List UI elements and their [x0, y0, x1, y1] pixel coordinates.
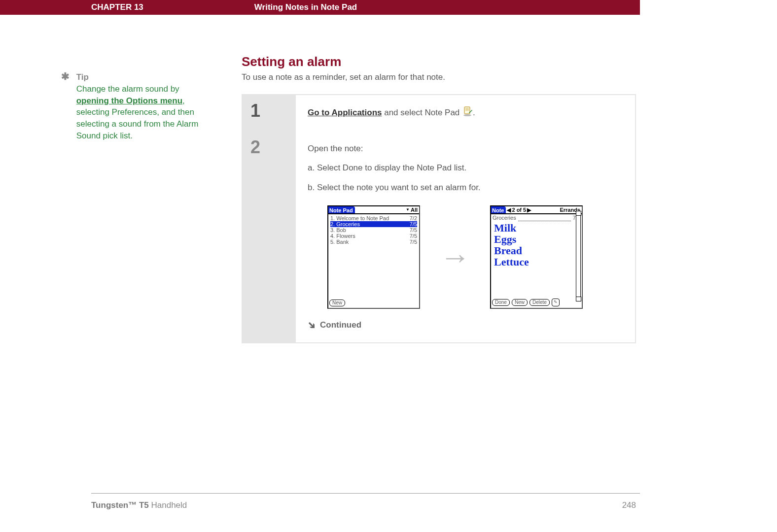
step-1-tail: . [473, 108, 475, 117]
note-counter: 2 of 5 [512, 207, 526, 213]
handwriting-line: Milk [493, 222, 575, 233]
footer-divider [91, 493, 640, 494]
continued-arrow-icon: ➔ [305, 319, 318, 332]
product-name-rest: Handheld [149, 500, 187, 510]
continued-label: Continued [320, 319, 361, 332]
new-note-button[interactable]: New [329, 299, 345, 306]
done-button[interactable]: Done [492, 299, 510, 306]
step-1-content: Go to Applications and select Note Pad . [296, 95, 636, 132]
product-name-bold: Tungsten™ T5 [91, 500, 149, 510]
chapter-title: Writing Notes in Note Pad [254, 2, 357, 12]
step-2-content: Open the note: a. Select Done to display… [296, 132, 636, 343]
prev-note-icon[interactable]: ◀ [506, 207, 512, 213]
notepad-app-icon [462, 106, 473, 121]
continued-indicator: ➔ Continued [308, 319, 627, 332]
notepad-list-title: Note Pad [328, 206, 355, 213]
chapter-header: CHAPTER 13 Writing Notes in Note Pad [0, 0, 640, 15]
tip-sidebar: ✱ Tip Change the alarm sound by opening … [61, 54, 242, 343]
svg-point-0 [463, 114, 471, 116]
step-2a: a. Select Done to display the Note Pad l… [308, 162, 627, 174]
step-1-text: and select Note Pad [382, 108, 462, 117]
delete-button[interactable]: Delete [530, 299, 550, 306]
step-2b: b. Select the note you want to set an al… [308, 181, 627, 194]
step-number-2: 2 [250, 138, 296, 156]
handwriting-line: Lettuce [493, 256, 575, 267]
list-item[interactable]: 5. Bank7/5 [330, 239, 417, 245]
note-view-screen: Note ◀ 2 of 5 ▶ Errands Groceries 7/5 [490, 205, 583, 309]
note-view-title: Note [491, 206, 506, 213]
options-menu-link[interactable]: opening the Options menu [76, 96, 182, 105]
new-button[interactable]: New [512, 299, 528, 306]
list-item-selected[interactable]: 2. Groceries7/5 [330, 221, 417, 227]
handwriting-line: Eggs [493, 233, 575, 245]
section-title: Setting an alarm [242, 54, 636, 69]
notepad-list: 1. Welcome to Note Pad7/2 2. Groceries7/… [328, 214, 419, 246]
note-title: Groceries [493, 215, 516, 221]
step-2-title: Open the note: [308, 142, 627, 155]
list-item[interactable]: 3. Bob7/5 [330, 227, 417, 233]
step-number-1: 1 [250, 102, 296, 120]
page-footer: Tungsten™ T5 Handheld 248 [91, 500, 636, 510]
handwriting-line: Bread [493, 245, 575, 256]
asterisk-icon: ✱ [61, 71, 70, 81]
tip-heading: Tip [76, 72, 89, 82]
pen-settings-icon[interactable]: ✎ [552, 299, 560, 306]
note-canvas[interactable]: Milk Eggs Bread Lettuce [493, 222, 575, 299]
list-item[interactable]: 4. Flowers7/5 [330, 233, 417, 239]
chapter-number: CHAPTER 13 [91, 2, 143, 12]
notepad-list-screen: Note Pad ▼ All 1. Welcome to Note Pad7/2… [327, 205, 420, 309]
go-to-applications-link[interactable]: Go to Applications [308, 108, 382, 117]
next-note-icon[interactable]: ▶ [526, 207, 532, 213]
list-item[interactable]: 1. Welcome to Note Pad7/2 [330, 215, 417, 221]
steps-table: 1 Go to Applications and select Note Pad [242, 94, 636, 343]
note-scrollbar[interactable] [576, 215, 581, 297]
category-selector[interactable]: ▼ All [406, 207, 419, 213]
tip-text-pre: Change the alarm sound by [76, 84, 179, 94]
section-intro: To use a note as a reminder, set an alar… [242, 72, 636, 82]
arrow-right-icon: → [440, 242, 470, 272]
page-number: 248 [622, 500, 636, 510]
title-underline [518, 215, 571, 221]
